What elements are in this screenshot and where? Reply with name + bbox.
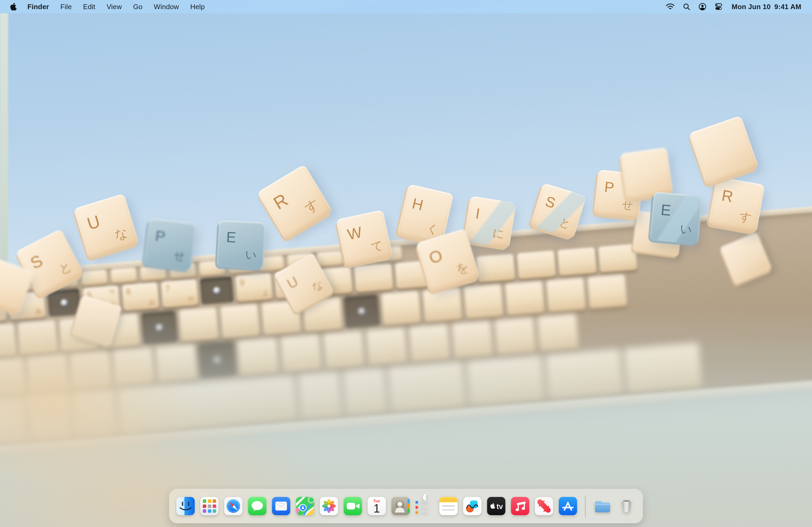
dock: Tue 1 [0, 489, 812, 523]
dock-item-safari[interactable] [224, 497, 243, 515]
keyboard-key [179, 307, 219, 342]
menu-window[interactable]: Window [148, 0, 185, 13]
dock-item-facetime[interactable] [344, 497, 362, 515]
keyboard-key [0, 323, 16, 359]
dock-item-photos[interactable] [320, 497, 338, 515]
key-kana-label: あ [35, 306, 42, 316]
menu-go[interactable]: Go [128, 0, 148, 13]
user-menu[interactable] [698, 0, 707, 13]
calendar-day: 1 [374, 503, 380, 514]
menu-view[interactable]: View [101, 0, 128, 13]
keyboard-empty-switch [47, 289, 81, 317]
keycap-kana: に [492, 227, 505, 240]
menu-bar: Finder File Edit View Go Window Help [0, 0, 812, 13]
wifi-menu[interactable] [666, 0, 675, 13]
apple-menu[interactable] [10, 0, 22, 13]
keyboard-key [466, 355, 545, 406]
keycap-kana: い [680, 223, 693, 236]
keycap-latin: W [346, 224, 363, 242]
clock-date: Mon Jun 10 [732, 3, 771, 11]
dock-item-freeform[interactable] [463, 497, 481, 515]
menu-bar-left: Finder File Edit View Go Window Help [0, 0, 211, 13]
dock-item-music[interactable] [511, 497, 529, 515]
keycap-kana: な [113, 226, 129, 242]
keyboard-key [545, 349, 624, 400]
keyboard-key [537, 314, 579, 351]
launchpad-icon [200, 497, 219, 515]
menu-help[interactable]: Help [185, 0, 210, 13]
music-icon [511, 497, 529, 515]
keyboard-key [70, 351, 112, 389]
photos-icon [320, 497, 338, 515]
dock-item-messages[interactable] [248, 497, 266, 515]
keycap-latin: P [155, 228, 166, 244]
keyboard-key [494, 317, 536, 355]
keycap-kana: て [370, 239, 384, 253]
notes-icon [439, 497, 458, 515]
reminders-icon [416, 494, 434, 514]
key-kana-label: お [148, 297, 156, 307]
dock-item-news[interactable] [535, 497, 553, 515]
menu-clock[interactable]: Mon Jun 10 9:41 AM [732, 3, 801, 11]
dock-item-contacts[interactable] [392, 497, 410, 515]
keycap-kana: を [454, 260, 470, 276]
keyboard-key [113, 348, 155, 386]
keycap-kana: い [245, 249, 257, 261]
keycap-kana: く [426, 222, 439, 236]
menu-bar-status-area: Mon Jun 10 9:41 AM [666, 0, 812, 13]
keycap-kana: と [57, 259, 74, 276]
dock-item-maps[interactable] [296, 497, 314, 515]
dock-item-reminders[interactable] [416, 497, 434, 515]
search-icon [683, 3, 690, 11]
messages-icon [248, 497, 266, 515]
keyboard-key [18, 320, 58, 355]
wallpaper-desktop-background: 3 あ 5 % え 6 お 7 や 9 [0, 0, 812, 527]
keycap-kana: せ [173, 250, 186, 262]
dock-item-launchpad[interactable] [200, 497, 219, 515]
safari-icon [224, 497, 243, 515]
keyboard-key-7: 7 や [161, 279, 198, 308]
calendar-icon: Tue 1 [367, 497, 386, 515]
dock-panel: Tue 1 [169, 489, 643, 523]
keycap-kana: す [302, 197, 321, 215]
keyboard-empty-switch [344, 295, 380, 329]
facetime-icon [344, 497, 362, 515]
keycap-latin: U [284, 273, 301, 292]
reminders-row [416, 501, 434, 504]
spotlight-menu[interactable] [683, 0, 690, 13]
keyboard-key [0, 358, 26, 397]
keyboard-empty-switch [141, 311, 177, 345]
keyboard-key-9: 9 よ [235, 273, 273, 302]
keyboard-key [546, 278, 586, 312]
svg-text:tv: tv [496, 502, 503, 511]
menu-app-name[interactable]: Finder [22, 0, 55, 13]
dock-item-trash[interactable] [617, 497, 636, 515]
keycap-latin: U [85, 212, 102, 232]
finder-icon [176, 497, 195, 515]
flying-keycap-e: E い [217, 220, 265, 269]
dock-item-notes[interactable] [439, 497, 458, 515]
apple-tv-icon: tv [487, 497, 505, 515]
dock-item-calendar[interactable]: Tue 1 [367, 497, 386, 515]
menu-edit[interactable]: Edit [77, 0, 101, 13]
keyboard-key [476, 254, 515, 283]
control-center-menu[interactable] [714, 0, 723, 13]
dock-item-mail[interactable] [272, 497, 290, 515]
keyboard-key [624, 343, 702, 394]
desktop: 3 あ 5 % え 6 お 7 や 9 [0, 0, 812, 527]
keycap-latin: S [28, 252, 45, 272]
keyboard-key [354, 264, 393, 292]
flying-keycap-p: P せ [144, 218, 196, 270]
keyboard-key [517, 250, 556, 279]
key-kana-label: や [187, 294, 195, 303]
flying-keycap-r: R す [257, 164, 333, 240]
menu-file[interactable]: File [55, 0, 77, 13]
keyboard-empty-switch [198, 341, 236, 379]
dock-item-finder[interactable] [176, 497, 195, 515]
keyboard-key [409, 324, 451, 362]
contacts-icon [392, 497, 410, 515]
keyboard-key [27, 393, 72, 442]
dock-item-tv[interactable]: tv [487, 497, 505, 515]
dock-item-app-store[interactable] [559, 497, 577, 515]
dock-item-downloads-folder[interactable] [593, 497, 612, 515]
